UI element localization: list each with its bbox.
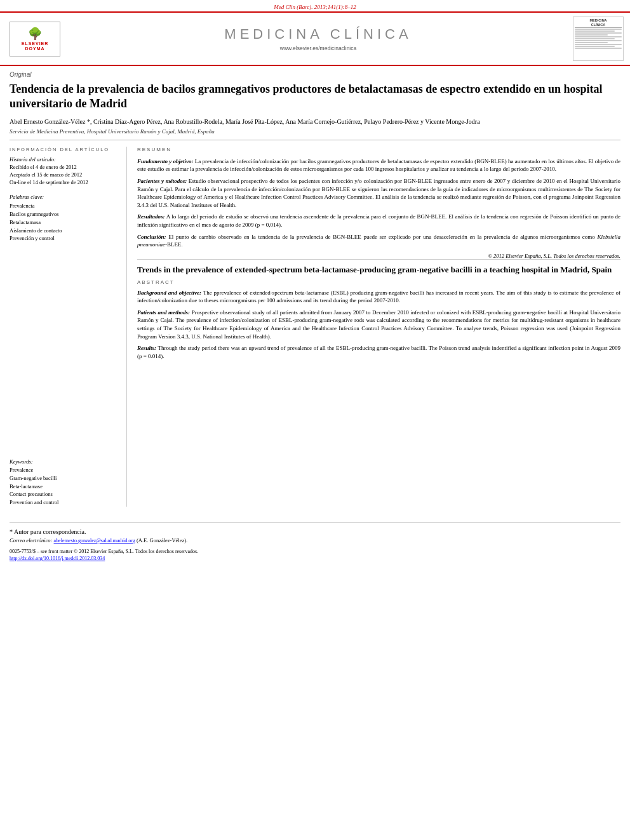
journal-ref: Med Clin (Barc). 2013;141(1):8–12 bbox=[0, 0, 630, 11]
article-title: Tendencia de la prevalencia de bacilos g… bbox=[0, 79, 630, 117]
thumb-line bbox=[575, 34, 608, 36]
authors: Abel Ernesto González-Vélez *, Cristina … bbox=[0, 117, 630, 128]
background-label-en: Background and objective: bbox=[137, 290, 201, 296]
keyword-es-2: Bacilos gramnegativos bbox=[10, 210, 119, 218]
info-section-title: INFORMACIÓN DEL ARTÍCULO bbox=[10, 147, 119, 152]
journal-header-center: MEDICINA CLÍNICA www.elsevier.es/medicin… bbox=[70, 26, 566, 51]
section-label: Original bbox=[0, 66, 630, 79]
thumb-line bbox=[575, 32, 622, 34]
aceptado-value: Aceptado el 15 de marzo de 2012 bbox=[10, 171, 119, 179]
keyword-es-1: Prevalencia bbox=[10, 202, 119, 210]
resumen-label: RESUMEN bbox=[137, 147, 620, 152]
keyword-es-3: Betalactamasa bbox=[10, 218, 119, 227]
resumen-pacientes-para: Pacientes y métodos: Estudio observacion… bbox=[137, 177, 620, 209]
thumb-line bbox=[575, 30, 615, 32]
fundamento-body: La prevalencia de infección/colonización… bbox=[137, 158, 620, 173]
eng-keywords-spacer: Keywords: Prevalence Gram-negative bacil… bbox=[10, 458, 119, 507]
thumb-content bbox=[575, 29, 622, 50]
keyword-es-5: Prevención y control bbox=[10, 234, 119, 243]
keyword-en-1: Prevalence bbox=[10, 466, 119, 474]
fundamento-label: Fundamento y objetivo: bbox=[137, 158, 194, 164]
elsevier-logo-box: 🌳 ELSEVIER DOYMA bbox=[10, 22, 60, 57]
left-column: INFORMACIÓN DEL ARTÍCULO Historia del ar… bbox=[10, 147, 127, 507]
thumb-line bbox=[575, 42, 608, 43]
conclusion-body-es: El punto de cambio observado en la tende… bbox=[137, 234, 620, 248]
affiliation: Servicio de Medicina Preventiva, Hospita… bbox=[0, 128, 630, 140]
footnote-email-link[interactable]: abelernesto.gonzalez@salud.madrid.org bbox=[54, 538, 135, 543]
issn-line: 0025-7753/$ – see front matter © 2012 El… bbox=[0, 545, 630, 556]
header-bar: 🌳 ELSEVIER DOYMA MEDICINA CLÍNICA www.el… bbox=[0, 11, 630, 66]
online-value: On-line el 14 de septiembre de 2012 bbox=[10, 179, 119, 187]
resultados-label-es: Resultados: bbox=[137, 213, 165, 220]
footnote-star: * Autor para correspondencia. bbox=[10, 528, 86, 535]
publisher-logo: 🌳 ELSEVIER DOYMA bbox=[6, 22, 64, 57]
thumb-line bbox=[575, 48, 622, 49]
keyword-en-5: Prevention and control bbox=[10, 498, 119, 507]
thumb-line bbox=[575, 40, 622, 41]
conclusion-label-es: Conclusión: bbox=[137, 234, 166, 240]
journal-title: MEDICINA CLÍNICA bbox=[70, 26, 566, 43]
footer-divider bbox=[10, 523, 620, 523]
palabras-clave-label: Palabras clave: bbox=[10, 194, 119, 200]
journal-thumbnail: MEDICINACLÍNICA bbox=[573, 17, 624, 61]
thumb-line bbox=[575, 38, 615, 39]
english-title: Trends in the prevalence of extended-spe… bbox=[137, 259, 620, 276]
abstract-background-para: Background and objective: The pprevalenc… bbox=[137, 289, 620, 305]
thumb-line bbox=[575, 29, 622, 30]
keyword-es-4: Aislamiento de contacto bbox=[10, 227, 119, 235]
abstract-results-para: Results: Through the study period there … bbox=[137, 344, 620, 360]
pacientes-label-es: Pacientes y métodos: bbox=[137, 178, 187, 184]
elsevier-text: ELSEVIER bbox=[22, 41, 49, 46]
two-col-section: INFORMACIÓN DEL ARTÍCULO Historia del ar… bbox=[0, 140, 630, 513]
journal-url: www.elsevier.es/medicinaclinica bbox=[70, 45, 566, 51]
thumb-title: MEDICINACLÍNICA bbox=[575, 18, 622, 28]
resumen-resultados-para: Resultados: A lo largo del periodo de es… bbox=[137, 213, 620, 229]
right-column: RESUMEN Fundamento y objetivo: La preval… bbox=[127, 147, 620, 507]
eng-keywords-label: Keywords: bbox=[10, 458, 119, 465]
resumen-conclusion-para: Conclusión: El punto de cambio observado… bbox=[137, 233, 620, 249]
resultados-body-es: A lo largo del periodo de estudio se obs… bbox=[137, 213, 620, 228]
footnote: * Autor para correspondencia. Correo ele… bbox=[0, 527, 630, 545]
doi-link[interactable]: http://dx.doi.org/10.1016/j.medcli.2012.… bbox=[10, 556, 105, 561]
tree-icon: 🌳 bbox=[28, 27, 42, 41]
resumen-fundamento-para: Fundamento y objetivo: La prevalencia de… bbox=[137, 157, 620, 173]
historia-label: Historia del artículo: bbox=[10, 156, 119, 163]
results-body-en: Through the study period there was an up… bbox=[137, 345, 620, 359]
patients-body-en: Prospective observational study of all p… bbox=[137, 309, 620, 340]
footnote-email-label: Correo electrónico: abelernesto.gonzalez… bbox=[10, 537, 187, 543]
keyword-en-3: Beta-lactamase bbox=[10, 483, 119, 491]
results-label-en: Results: bbox=[137, 345, 156, 351]
footnote-author: (A.E. González-Vélez). bbox=[137, 537, 187, 543]
recibido-value: Recibido el 4 de enero de 2012 bbox=[10, 164, 119, 171]
thumb-line bbox=[575, 36, 622, 37]
patients-label-en: Patients and methods: bbox=[137, 309, 190, 316]
abstract-patients-para: Patients and methods: Prospective observ… bbox=[137, 309, 620, 340]
pacientes-body-es: Estudio observacional prospectivo de tod… bbox=[137, 178, 620, 208]
thumb-line bbox=[575, 44, 622, 45]
doi-line[interactable]: http://dx.doi.org/10.1016/j.medcli.2012.… bbox=[0, 556, 630, 566]
copyright-es: © 2012 Elsevier España, S.L. Todos los d… bbox=[137, 253, 620, 259]
doyma-text: DOYMA bbox=[25, 46, 44, 51]
keyword-en-4: Contact precautions bbox=[10, 490, 119, 498]
background-body-en: The pprevalence of extended-spectrum bet… bbox=[137, 290, 620, 304]
abstract-label: ABSTRACT bbox=[137, 279, 620, 285]
thumb-line bbox=[575, 46, 615, 47]
keyword-en-2: Gram-negative bacilli bbox=[10, 474, 119, 483]
